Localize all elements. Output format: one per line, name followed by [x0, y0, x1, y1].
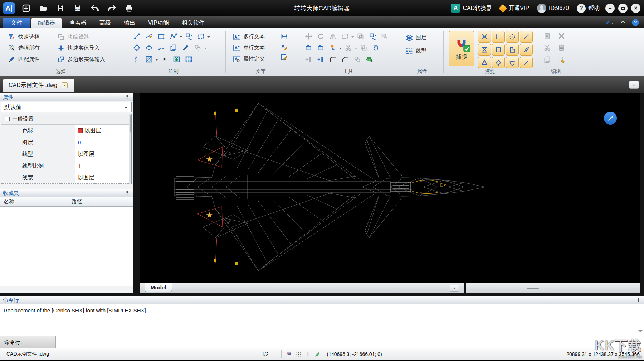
- trim-button[interactable]: [314, 43, 327, 53]
- block-insert-button[interactable]: [182, 31, 195, 42]
- boundary-dropdown[interactable]: [207, 36, 210, 39]
- array-dropdown[interactable]: [351, 36, 354, 39]
- tab-viewer[interactable]: 查看器: [63, 18, 93, 28]
- collapse-ribbon-button[interactable]: [620, 19, 626, 27]
- collapse-panel-button[interactable]: [629, 81, 639, 89]
- property-section[interactable]: 一般设置: [1, 114, 131, 125]
- perpendicular-status-icon[interactable]: ⊥: [305, 351, 311, 358]
- snap-quadrant-button[interactable]: [492, 57, 505, 68]
- select-all-button[interactable]: 选择所有: [8, 43, 40, 53]
- ortho-status-icon[interactable]: [314, 351, 321, 357]
- snap-insertion-button[interactable]: [506, 44, 519, 56]
- block-editor-button[interactable]: 块编辑器: [57, 32, 105, 42]
- open-file-button[interactable]: [37, 2, 49, 14]
- stretch-button[interactable]: [314, 54, 327, 64]
- document-tab[interactable]: CAD示例文件 .dwg ×: [3, 79, 74, 92]
- snap-toggle-button[interactable]: 捕捉: [449, 31, 474, 66]
- open-vip-button[interactable]: 开通VIP: [498, 5, 531, 12]
- save-button[interactable]: [54, 2, 67, 14]
- scroll-down-icon[interactable]: [638, 330, 643, 334]
- close-button[interactable]: ×: [631, 4, 640, 13]
- mtext-button[interactable]: 多行文本: [233, 31, 265, 42]
- edit-text-button[interactable]: [278, 52, 290, 62]
- hatch-dropdown[interactable]: [155, 59, 158, 62]
- maximize-button[interactable]: [618, 4, 628, 13]
- single-text-button[interactable]: 单行文本: [233, 42, 265, 53]
- close-document-icon[interactable]: ×: [62, 82, 68, 88]
- polyline-dropdown[interactable]: [180, 36, 182, 39]
- status-page-indicator[interactable]: 1/2: [249, 351, 281, 357]
- copy-object-button[interactable]: [167, 43, 179, 53]
- mirror-button[interactable]: [327, 31, 339, 42]
- polygon-entity-input-button[interactable]: 多边形实体输入: [57, 54, 105, 64]
- spline-button[interactable]: [131, 54, 143, 64]
- add-layer-button[interactable]: [363, 54, 375, 64]
- match-properties-button[interactable]: 匹配属性: [8, 54, 40, 64]
- rotate-copy-button[interactable]: [366, 31, 379, 42]
- grid-status-icon[interactable]: [296, 351, 302, 357]
- snap-status-icon[interactable]: [286, 351, 292, 357]
- snap-parallel-button[interactable]: [520, 44, 533, 56]
- revolve-button[interactable]: [370, 43, 382, 53]
- align-button[interactable]: [379, 31, 391, 42]
- snap-angle-button[interactable]: [520, 31, 533, 43]
- horizontal-scrollbar[interactable]: [466, 283, 640, 293]
- ribbon-help-icon[interactable]: ?: [632, 19, 639, 26]
- point-button[interactable]: [158, 54, 170, 64]
- chamfer-button[interactable]: [339, 54, 351, 64]
- boundary-button[interactable]: [195, 31, 207, 42]
- image-button[interactable]: [170, 54, 182, 64]
- circle-button[interactable]: [131, 43, 143, 53]
- table-button[interactable]: [182, 54, 195, 64]
- snap-tangent-button[interactable]: [506, 57, 519, 68]
- favorites-column-name[interactable]: 名称: [0, 197, 68, 206]
- move-button[interactable]: [302, 31, 314, 42]
- model-tab[interactable]: Model: [145, 283, 172, 292]
- user-account[interactable]: ID:9670: [535, 4, 571, 13]
- overlap-button[interactable]: [351, 54, 363, 64]
- snap-nearest-button[interactable]: [520, 57, 533, 68]
- scrollbar-handle[interactable]: [527, 288, 539, 289]
- paste-special-button[interactable]: [555, 43, 567, 53]
- quick-select-button[interactable]: 快速选择: [8, 32, 40, 42]
- property-row-linetype-scale[interactable]: 线型比例 1: [1, 160, 131, 172]
- new-file-button[interactable]: [20, 2, 32, 14]
- tab-vip-features[interactable]: VIP功能: [142, 18, 175, 28]
- highlight-button[interactable]: [327, 43, 339, 53]
- drawing-canvas[interactable]: ★ ★: [140, 93, 640, 283]
- ellipse-button[interactable]: [143, 43, 155, 53]
- snap-apparent-intersection-button[interactable]: [478, 44, 491, 56]
- snap-center-button[interactable]: [506, 31, 519, 43]
- text-spacing-button[interactable]: [278, 31, 290, 42]
- purge-button[interactable]: [555, 54, 567, 65]
- pin-icon[interactable]: [125, 95, 130, 100]
- tab-related-software[interactable]: 相关软件: [175, 18, 211, 28]
- snap-perpendicular-button[interactable]: [492, 31, 505, 43]
- snap-endpoint-button[interactable]: [492, 44, 505, 56]
- pin-icon[interactable]: [125, 191, 130, 196]
- cad-converter-button[interactable]: A CAD转换器: [449, 4, 494, 13]
- text-style-button[interactable]: [278, 42, 290, 52]
- polyline-button[interactable]: [167, 31, 179, 42]
- paste-button[interactable]: [541, 31, 553, 41]
- property-row-linetype[interactable]: 线型 以图层: [1, 148, 131, 160]
- undo-button[interactable]: [89, 2, 101, 14]
- ungroup-button[interactable]: [357, 43, 370, 53]
- property-row-lineweight[interactable]: 线宽 以图层: [1, 172, 131, 184]
- break-dropdown[interactable]: [355, 48, 357, 50]
- quick-entity-import-button[interactable]: 快速实体导入: [57, 43, 105, 53]
- property-row-color[interactable]: 色彩 以图层: [1, 125, 131, 136]
- attribute-definition-button[interactable]: 属性定义: [233, 53, 265, 64]
- favorites-column-path[interactable]: 路径: [68, 197, 133, 206]
- command-log[interactable]: Replacement of the [Geniso.SHX] font wit…: [0, 304, 644, 336]
- pin-icon[interactable]: [636, 298, 641, 303]
- layers-button[interactable]: 图层: [405, 32, 426, 43]
- print-button[interactable]: [123, 2, 135, 14]
- minimize-button[interactable]: –: [605, 4, 615, 13]
- copy-button[interactable]: [541, 54, 553, 65]
- marker-pen-button[interactable]: [179, 43, 191, 53]
- property-row-layer[interactable]: 图层 0: [1, 136, 131, 148]
- region-dropdown[interactable]: [204, 48, 207, 50]
- snap-midpoint-button[interactable]: [478, 57, 491, 68]
- save-pdf-button[interactable]: [72, 2, 84, 14]
